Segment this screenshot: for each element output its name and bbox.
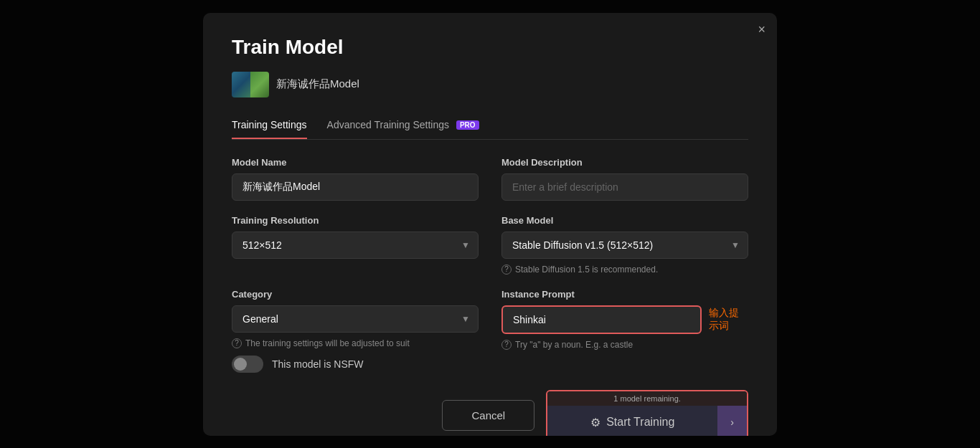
tabs-container: Training Settings Advanced Training Sett…: [232, 112, 748, 140]
nsfw-row: This model is NSFW: [232, 356, 748, 373]
thumbnail-left: [232, 72, 250, 97]
info-icon-3: ?: [501, 340, 512, 350]
base-model-select[interactable]: Stable Diffusion v1.5 (512×512) Stable D…: [501, 232, 748, 259]
close-button[interactable]: ×: [758, 23, 765, 36]
pro-badge: PRO: [456, 120, 479, 130]
modal-overlay: × Train Model 新海诚作品Model Training Settin…: [0, 0, 980, 448]
instance-prompt-helper: ? Try "a" by a noun. E.g. a castle: [501, 340, 748, 350]
model-name-group: Model Name: [232, 157, 479, 201]
credits-button[interactable]: ›: [717, 406, 747, 436]
instance-prompt-row: 输入提示词: [501, 305, 748, 334]
modal: × Train Model 新海诚作品Model Training Settin…: [203, 13, 777, 436]
base-model-wrapper: Stable Diffusion v1.5 (512×512) Stable D…: [501, 232, 748, 259]
model-remaining-text: 1 model remaining.: [547, 391, 747, 406]
toggle-thumb: [234, 358, 247, 371]
cancel-button[interactable]: Cancel: [442, 400, 534, 431]
model-description-label: Model Description: [501, 157, 748, 168]
model-name-header: 新海诚作品Model: [276, 77, 359, 91]
model-name-label: Model Name: [232, 157, 479, 168]
model-thumbnail: [232, 72, 269, 97]
instance-prompt-input[interactable]: [501, 305, 702, 334]
form-grid: Model Name Model Description Training Re…: [232, 157, 748, 350]
modal-title: Train Model: [232, 36, 748, 59]
base-model-group: Base Model Stable Diffusion v1.5 (512×51…: [501, 215, 748, 275]
footer: Cancel 1 model remaining. ⚙ Start Traini…: [232, 390, 748, 436]
model-header: 新海诚作品Model: [232, 72, 748, 97]
category-select[interactable]: General Portrait Style Object: [232, 305, 479, 333]
training-resolution-wrapper: 512×512 768×768 1024×1024 ▼: [232, 232, 479, 259]
info-icon: ?: [501, 264, 512, 275]
info-icon-2: ?: [232, 338, 242, 348]
base-model-label: Base Model: [501, 215, 748, 226]
category-label: Category: [232, 289, 479, 300]
thumbnail-right: [250, 72, 269, 97]
training-resolution-group: Training Resolution 512×512 768×768 1024…: [232, 215, 479, 275]
instance-prompt-group: Instance Prompt 输入提示词 ? Try "a" by a nou…: [501, 289, 748, 350]
training-resolution-label: Training Resolution: [232, 215, 479, 226]
annotation-text: 输入提示词: [709, 307, 748, 333]
start-training-button[interactable]: ⚙ Start Training: [547, 406, 717, 436]
category-helper: ? The training settings will be adjusted…: [232, 338, 479, 348]
training-resolution-select[interactable]: 512×512 768×768 1024×1024: [232, 232, 479, 259]
base-model-helper: ? Stable Diffusion 1.5 is recommended.: [501, 264, 748, 275]
nsfw-toggle[interactable]: [232, 356, 263, 373]
training-icon: ⚙: [590, 416, 600, 429]
start-training-wrapper: 1 model remaining. ⚙ Start Training ›: [546, 390, 748, 436]
tab-advanced-training-settings[interactable]: Advanced Training Settings PRO: [327, 112, 479, 139]
nsfw-label: This model is NSFW: [272, 358, 364, 370]
model-name-input[interactable]: [232, 173, 479, 201]
tab-training-settings[interactable]: Training Settings: [232, 112, 307, 139]
instance-prompt-label: Instance Prompt: [501, 289, 748, 300]
chevron-right-icon: ›: [730, 416, 734, 428]
model-description-input[interactable]: [501, 173, 748, 201]
model-description-group: Model Description: [501, 157, 748, 201]
category-group: Category General Portrait Style Object ▼…: [232, 289, 479, 350]
category-wrapper: General Portrait Style Object ▼: [232, 305, 479, 333]
